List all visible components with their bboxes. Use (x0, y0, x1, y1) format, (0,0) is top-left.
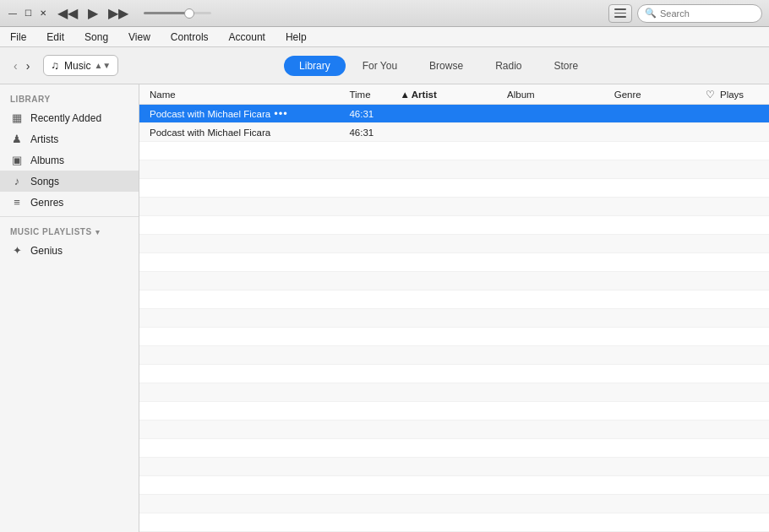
albums-icon: ▣ (10, 154, 24, 166)
table-row (139, 216, 769, 235)
volume-slider[interactable] (144, 12, 211, 14)
sidebar-item-genius[interactable]: ✦ Genius (0, 240, 139, 261)
col-header-name[interactable]: Name (146, 90, 349, 100)
sidebar-item-songs[interactable]: ♪ Songs (0, 171, 139, 192)
content-area: Name Time ▲Artist Album Genre ♡ Plays Po… (139, 84, 769, 532)
table-row (139, 476, 769, 495)
table-row (139, 253, 769, 272)
chevron-down-icon: ▾ (95, 228, 101, 236)
sidebar-item-recently-added[interactable]: ▦ Recently Added (0, 107, 139, 128)
menu-bar: FileEditSongViewControlsAccountHelp (0, 27, 769, 47)
table-row (139, 402, 769, 421)
table-row (139, 439, 769, 458)
next-button[interactable]: ▶▶ (106, 3, 130, 23)
table-row (139, 160, 769, 179)
table-row[interactable]: Podcast with Michael Ficara 46:31 (139, 123, 769, 142)
table-row (139, 365, 769, 383)
prev-button[interactable]: ◀◀ (56, 3, 79, 23)
table-row (139, 458, 769, 476)
genres-icon: ≡ (10, 196, 24, 209)
location-label: Music (64, 60, 90, 72)
table-body: Podcast with Michael Ficara ••• 46:31 Po… (139, 105, 769, 532)
nav-arrows[interactable]: ‹ › (10, 57, 33, 74)
search-icon: 🔍 (645, 8, 657, 19)
close-button[interactable]: ✕ (37, 8, 49, 19)
col-header-heart[interactable]: ♡ (700, 89, 720, 100)
track-name: Podcast with Michael Ficara (150, 128, 270, 138)
cell-name: Podcast with Michael Ficara ••• (146, 107, 349, 120)
menu-item-song[interactable]: Song (81, 30, 112, 45)
nav-tabs: LibraryFor YouBrowseRadioStore (284, 56, 593, 76)
track-dots: ••• (274, 107, 288, 120)
table-row (139, 179, 769, 198)
col-header-genre[interactable]: Genre (614, 90, 700, 100)
sidebar-item-label: Genres (30, 197, 63, 209)
table-row (139, 346, 769, 365)
menu-line-3 (614, 16, 626, 18)
table-row (139, 290, 769, 309)
sidebar-item-label: Albums (30, 155, 64, 166)
menu-button[interactable] (608, 4, 632, 23)
table-row (139, 421, 769, 439)
table-row (139, 272, 769, 290)
forward-button[interactable]: › (23, 57, 34, 74)
minimize-button[interactable]: — (7, 8, 19, 19)
tab-store[interactable]: Store (538, 56, 593, 76)
title-bar: — ☐ ✕ ◀◀ ▶ ▶▶ 🔍 (0, 0, 769, 27)
table-row (139, 513, 769, 532)
transport-controls[interactable]: ◀◀ ▶ ▶▶ (56, 3, 211, 23)
col-header-plays[interactable]: Plays (720, 90, 762, 100)
volume-thumb[interactable] (184, 8, 194, 19)
nav-bar: ‹ › ♫ Music ▲▼ LibraryFor YouBrowseRadio… (0, 47, 769, 84)
window-controls[interactable]: — ☐ ✕ (7, 8, 49, 19)
artists-icon: ♟ (10, 133, 24, 145)
dropdown-arrow-icon: ▲▼ (94, 61, 111, 70)
play-button[interactable]: ▶ (86, 3, 100, 23)
recently-added-icon: ▦ (10, 111, 24, 124)
col-header-artist[interactable]: ▲Artist (400, 90, 507, 100)
sidebar-item-albums[interactable]: ▣ Albums (0, 149, 139, 171)
menu-item-help[interactable]: Help (282, 30, 310, 45)
sidebar-divider (0, 216, 139, 217)
table-row[interactable]: Podcast with Michael Ficara ••• 46:31 (139, 105, 769, 123)
music-playlists-label[interactable]: Music Playlists ▾ (0, 220, 139, 240)
tab-radio[interactable]: Radio (480, 56, 537, 76)
title-bar-right: 🔍 (608, 4, 762, 23)
location-dropdown[interactable]: ♫ Music ▲▼ (43, 55, 118, 76)
search-input[interactable] (660, 8, 755, 19)
sidebar-item-artists[interactable]: ♟ Artists (0, 128, 139, 149)
tab-for-you[interactable]: For You (347, 56, 412, 76)
menu-line-2 (614, 13, 626, 14)
maximize-button[interactable]: ☐ (22, 8, 34, 19)
menu-item-view[interactable]: View (125, 30, 154, 45)
tab-library[interactable]: Library (284, 56, 346, 76)
menu-line-1 (614, 8, 626, 10)
back-button[interactable]: ‹ (10, 57, 21, 74)
sidebar-item-label: Recently Added (30, 112, 101, 124)
songs-icon: ♪ (10, 175, 24, 187)
table-row (139, 198, 769, 216)
track-name: Podcast with Michael Ficara (150, 109, 270, 119)
cell-time: 46:31 (349, 109, 400, 119)
table-row (139, 235, 769, 253)
cell-name: Podcast with Michael Ficara (146, 128, 349, 138)
sidebar-item-label: Songs (30, 176, 59, 187)
sidebar-item-genres[interactable]: ≡ Genres (0, 192, 139, 213)
table-row (139, 142, 769, 160)
library-label: Library (0, 90, 139, 107)
col-header-album[interactable]: Album (507, 90, 614, 100)
col-header-time[interactable]: Time (349, 90, 400, 100)
table-row (139, 309, 769, 328)
search-box[interactable]: 🔍 (637, 4, 762, 23)
tab-browse[interactable]: Browse (414, 56, 478, 76)
menu-item-controls[interactable]: Controls (167, 30, 212, 45)
sidebar: Library ▦ Recently Added ♟ Artists ▣ Alb… (0, 84, 139, 532)
menu-item-account[interactable]: Account (226, 30, 269, 45)
playlists-label-text: Music Playlists (10, 227, 92, 236)
table-header: Name Time ▲Artist Album Genre ♡ Plays (139, 84, 769, 105)
table-row (139, 328, 769, 346)
volume-track (144, 12, 211, 14)
menu-item-edit[interactable]: Edit (43, 30, 68, 45)
cell-time: 46:31 (349, 128, 400, 138)
menu-item-file[interactable]: File (7, 30, 30, 45)
